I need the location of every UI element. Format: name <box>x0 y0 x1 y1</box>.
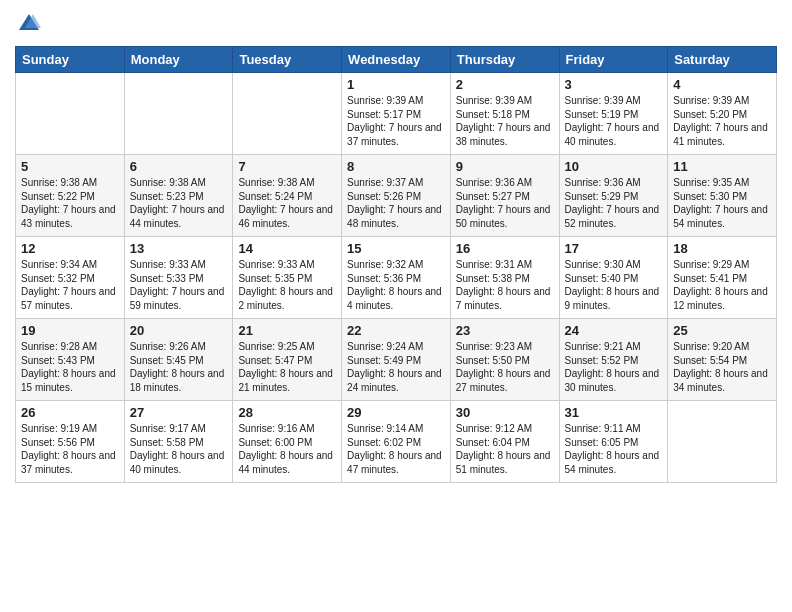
day-cell: 14Sunrise: 9:33 AM Sunset: 5:35 PM Dayli… <box>233 237 342 319</box>
day-number: 12 <box>21 241 119 256</box>
day-cell: 10Sunrise: 9:36 AM Sunset: 5:29 PM Dayli… <box>559 155 668 237</box>
day-number: 17 <box>565 241 663 256</box>
day-number: 1 <box>347 77 445 92</box>
page: SundayMondayTuesdayWednesdayThursdayFrid… <box>0 0 792 612</box>
column-header-wednesday: Wednesday <box>342 47 451 73</box>
day-cell: 4Sunrise: 9:39 AM Sunset: 5:20 PM Daylig… <box>668 73 777 155</box>
day-number: 27 <box>130 405 228 420</box>
day-cell: 20Sunrise: 9:26 AM Sunset: 5:45 PM Dayli… <box>124 319 233 401</box>
day-cell: 17Sunrise: 9:30 AM Sunset: 5:40 PM Dayli… <box>559 237 668 319</box>
day-number: 16 <box>456 241 554 256</box>
day-cell <box>16 73 125 155</box>
day-number: 18 <box>673 241 771 256</box>
day-cell: 3Sunrise: 9:39 AM Sunset: 5:19 PM Daylig… <box>559 73 668 155</box>
day-number: 11 <box>673 159 771 174</box>
week-row-5: 26Sunrise: 9:19 AM Sunset: 5:56 PM Dayli… <box>16 401 777 483</box>
day-cell: 31Sunrise: 9:11 AM Sunset: 6:05 PM Dayli… <box>559 401 668 483</box>
day-cell: 9Sunrise: 9:36 AM Sunset: 5:27 PM Daylig… <box>450 155 559 237</box>
day-info: Sunrise: 9:39 AM Sunset: 5:18 PM Dayligh… <box>456 94 554 148</box>
day-cell: 21Sunrise: 9:25 AM Sunset: 5:47 PM Dayli… <box>233 319 342 401</box>
column-header-friday: Friday <box>559 47 668 73</box>
day-info: Sunrise: 9:35 AM Sunset: 5:30 PM Dayligh… <box>673 176 771 230</box>
day-cell: 22Sunrise: 9:24 AM Sunset: 5:49 PM Dayli… <box>342 319 451 401</box>
day-cell: 2Sunrise: 9:39 AM Sunset: 5:18 PM Daylig… <box>450 73 559 155</box>
day-info: Sunrise: 9:36 AM Sunset: 5:27 PM Dayligh… <box>456 176 554 230</box>
day-cell: 24Sunrise: 9:21 AM Sunset: 5:52 PM Dayli… <box>559 319 668 401</box>
header-row: SundayMondayTuesdayWednesdayThursdayFrid… <box>16 47 777 73</box>
calendar-table: SundayMondayTuesdayWednesdayThursdayFrid… <box>15 46 777 483</box>
day-number: 7 <box>238 159 336 174</box>
day-number: 22 <box>347 323 445 338</box>
day-number: 14 <box>238 241 336 256</box>
day-cell: 8Sunrise: 9:37 AM Sunset: 5:26 PM Daylig… <box>342 155 451 237</box>
day-cell: 26Sunrise: 9:19 AM Sunset: 5:56 PM Dayli… <box>16 401 125 483</box>
day-number: 10 <box>565 159 663 174</box>
day-cell <box>668 401 777 483</box>
day-cell: 18Sunrise: 9:29 AM Sunset: 5:41 PM Dayli… <box>668 237 777 319</box>
day-cell: 28Sunrise: 9:16 AM Sunset: 6:00 PM Dayli… <box>233 401 342 483</box>
day-number: 29 <box>347 405 445 420</box>
day-number: 25 <box>673 323 771 338</box>
day-number: 28 <box>238 405 336 420</box>
day-info: Sunrise: 9:17 AM Sunset: 5:58 PM Dayligh… <box>130 422 228 476</box>
header <box>15 10 777 38</box>
column-header-monday: Monday <box>124 47 233 73</box>
day-info: Sunrise: 9:19 AM Sunset: 5:56 PM Dayligh… <box>21 422 119 476</box>
day-cell <box>233 73 342 155</box>
column-header-saturday: Saturday <box>668 47 777 73</box>
day-info: Sunrise: 9:30 AM Sunset: 5:40 PM Dayligh… <box>565 258 663 312</box>
day-number: 3 <box>565 77 663 92</box>
day-info: Sunrise: 9:33 AM Sunset: 5:33 PM Dayligh… <box>130 258 228 312</box>
day-cell: 6Sunrise: 9:38 AM Sunset: 5:23 PM Daylig… <box>124 155 233 237</box>
logo-icon <box>15 10 43 38</box>
day-cell: 25Sunrise: 9:20 AM Sunset: 5:54 PM Dayli… <box>668 319 777 401</box>
column-header-sunday: Sunday <box>16 47 125 73</box>
day-number: 13 <box>130 241 228 256</box>
day-info: Sunrise: 9:39 AM Sunset: 5:19 PM Dayligh… <box>565 94 663 148</box>
day-cell: 30Sunrise: 9:12 AM Sunset: 6:04 PM Dayli… <box>450 401 559 483</box>
day-cell: 1Sunrise: 9:39 AM Sunset: 5:17 PM Daylig… <box>342 73 451 155</box>
day-info: Sunrise: 9:25 AM Sunset: 5:47 PM Dayligh… <box>238 340 336 394</box>
day-info: Sunrise: 9:38 AM Sunset: 5:24 PM Dayligh… <box>238 176 336 230</box>
day-number: 2 <box>456 77 554 92</box>
day-info: Sunrise: 9:23 AM Sunset: 5:50 PM Dayligh… <box>456 340 554 394</box>
day-info: Sunrise: 9:14 AM Sunset: 6:02 PM Dayligh… <box>347 422 445 476</box>
day-info: Sunrise: 9:29 AM Sunset: 5:41 PM Dayligh… <box>673 258 771 312</box>
day-info: Sunrise: 9:26 AM Sunset: 5:45 PM Dayligh… <box>130 340 228 394</box>
column-header-tuesday: Tuesday <box>233 47 342 73</box>
day-info: Sunrise: 9:38 AM Sunset: 5:22 PM Dayligh… <box>21 176 119 230</box>
day-number: 9 <box>456 159 554 174</box>
day-info: Sunrise: 9:12 AM Sunset: 6:04 PM Dayligh… <box>456 422 554 476</box>
day-info: Sunrise: 9:28 AM Sunset: 5:43 PM Dayligh… <box>21 340 119 394</box>
day-number: 8 <box>347 159 445 174</box>
day-info: Sunrise: 9:38 AM Sunset: 5:23 PM Dayligh… <box>130 176 228 230</box>
week-row-1: 1Sunrise: 9:39 AM Sunset: 5:17 PM Daylig… <box>16 73 777 155</box>
day-cell: 5Sunrise: 9:38 AM Sunset: 5:22 PM Daylig… <box>16 155 125 237</box>
day-info: Sunrise: 9:39 AM Sunset: 5:17 PM Dayligh… <box>347 94 445 148</box>
day-number: 15 <box>347 241 445 256</box>
day-number: 24 <box>565 323 663 338</box>
day-cell: 11Sunrise: 9:35 AM Sunset: 5:30 PM Dayli… <box>668 155 777 237</box>
week-row-4: 19Sunrise: 9:28 AM Sunset: 5:43 PM Dayli… <box>16 319 777 401</box>
day-info: Sunrise: 9:36 AM Sunset: 5:29 PM Dayligh… <box>565 176 663 230</box>
day-number: 6 <box>130 159 228 174</box>
day-info: Sunrise: 9:32 AM Sunset: 5:36 PM Dayligh… <box>347 258 445 312</box>
day-number: 30 <box>456 405 554 420</box>
day-number: 23 <box>456 323 554 338</box>
column-header-thursday: Thursday <box>450 47 559 73</box>
day-number: 5 <box>21 159 119 174</box>
day-info: Sunrise: 9:37 AM Sunset: 5:26 PM Dayligh… <box>347 176 445 230</box>
day-cell: 16Sunrise: 9:31 AM Sunset: 5:38 PM Dayli… <box>450 237 559 319</box>
day-info: Sunrise: 9:16 AM Sunset: 6:00 PM Dayligh… <box>238 422 336 476</box>
day-number: 31 <box>565 405 663 420</box>
day-info: Sunrise: 9:11 AM Sunset: 6:05 PM Dayligh… <box>565 422 663 476</box>
day-number: 26 <box>21 405 119 420</box>
day-cell: 27Sunrise: 9:17 AM Sunset: 5:58 PM Dayli… <box>124 401 233 483</box>
day-cell: 12Sunrise: 9:34 AM Sunset: 5:32 PM Dayli… <box>16 237 125 319</box>
logo <box>15 10 47 38</box>
week-row-3: 12Sunrise: 9:34 AM Sunset: 5:32 PM Dayli… <box>16 237 777 319</box>
day-info: Sunrise: 9:34 AM Sunset: 5:32 PM Dayligh… <box>21 258 119 312</box>
week-row-2: 5Sunrise: 9:38 AM Sunset: 5:22 PM Daylig… <box>16 155 777 237</box>
day-number: 21 <box>238 323 336 338</box>
day-cell <box>124 73 233 155</box>
